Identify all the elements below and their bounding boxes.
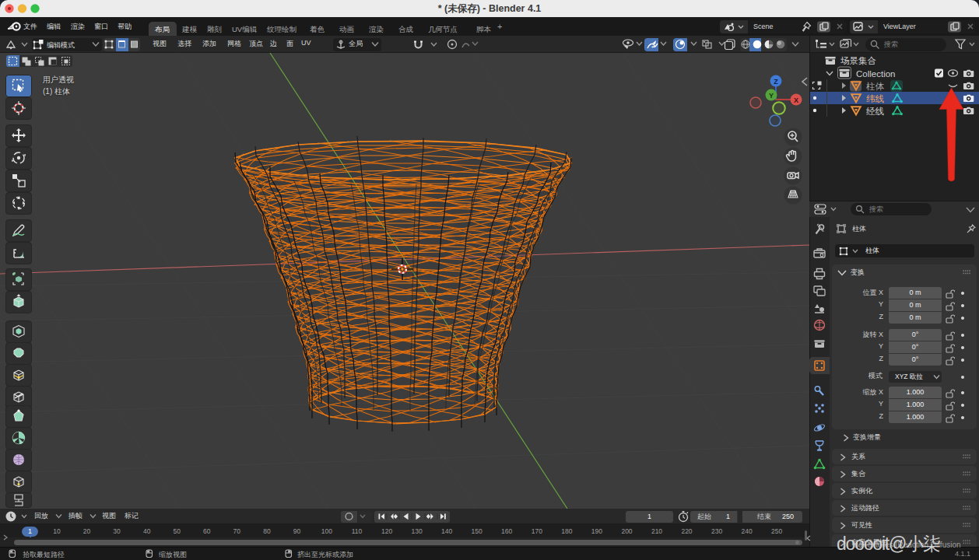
svg-text:70: 70 bbox=[233, 527, 241, 535]
svg-text:170: 170 bbox=[532, 527, 542, 535]
svg-text:柱体: 柱体 bbox=[866, 82, 885, 91]
svg-text:10: 10 bbox=[53, 527, 61, 535]
svg-text:场景集合: 场景集合 bbox=[840, 56, 876, 65]
svg-text:Collection: Collection bbox=[856, 69, 896, 79]
svg-text:40: 40 bbox=[143, 527, 151, 535]
svg-text:Y: Y bbox=[769, 92, 774, 100]
svg-text:180: 180 bbox=[561, 527, 572, 535]
svg-text:190: 190 bbox=[591, 527, 602, 535]
svg-text:经线: 经线 bbox=[866, 107, 885, 116]
svg-text:90: 90 bbox=[293, 527, 301, 535]
svg-text:140: 140 bbox=[441, 527, 452, 535]
svg-text:110: 110 bbox=[352, 527, 363, 535]
svg-text:150: 150 bbox=[472, 527, 482, 535]
svg-text:纬线: 纬线 bbox=[866, 94, 885, 103]
svg-text:130: 130 bbox=[412, 527, 423, 535]
svg-text:220: 220 bbox=[681, 527, 692, 535]
svg-text:Z: Z bbox=[774, 78, 778, 86]
svg-text:60: 60 bbox=[203, 527, 211, 535]
svg-text:30: 30 bbox=[113, 527, 121, 535]
svg-text:120: 120 bbox=[381, 527, 392, 535]
svg-text:50: 50 bbox=[173, 527, 181, 535]
svg-text:X: X bbox=[794, 96, 798, 104]
svg-text:80: 80 bbox=[263, 527, 271, 535]
svg-text:20: 20 bbox=[83, 527, 91, 535]
svg-text:160: 160 bbox=[501, 527, 512, 535]
svg-text:100: 100 bbox=[321, 527, 332, 535]
svg-text:240: 240 bbox=[742, 527, 753, 535]
svg-text:230: 230 bbox=[711, 527, 722, 535]
svg-text:210: 210 bbox=[651, 527, 662, 535]
svg-text:250: 250 bbox=[771, 527, 782, 535]
svg-text:200: 200 bbox=[621, 527, 632, 535]
